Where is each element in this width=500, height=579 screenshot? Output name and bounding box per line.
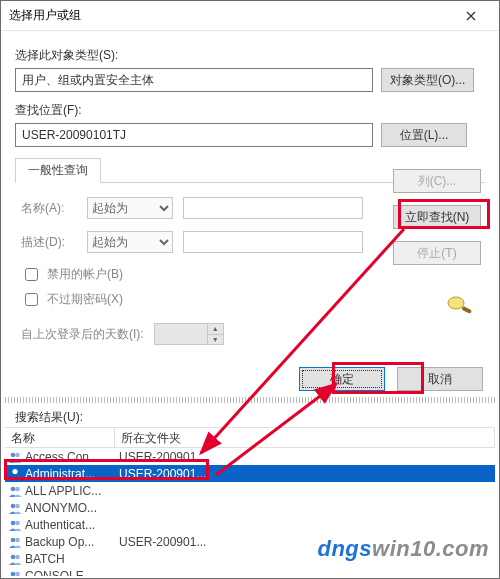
object-type-field[interactable] (15, 68, 373, 92)
location-field[interactable] (15, 123, 373, 147)
table-row[interactable]: ALL APPLIC... (5, 482, 495, 499)
row-name: ALL APPLIC... (25, 484, 117, 498)
row-name: ANONYMO... (25, 501, 117, 515)
grid-header: 名称 所在文件夹 (5, 428, 495, 448)
svg-rect-1 (461, 306, 472, 314)
row-folder: USER-200901... (117, 450, 495, 464)
desc-label: 描述(D): (21, 234, 77, 251)
svg-point-3 (15, 452, 20, 457)
name-input[interactable] (183, 197, 363, 219)
locations-button[interactable]: 位置(L)... (381, 123, 467, 147)
row-name: Backup Op... (25, 535, 117, 549)
svg-point-13 (11, 554, 16, 559)
chevron-up-icon[interactable]: ▲ (207, 324, 223, 335)
non-expiring-label: 不过期密码(X) (47, 291, 123, 308)
table-row[interactable]: Authenticat... (5, 516, 495, 533)
tab-common-queries[interactable]: 一般性查询 (15, 158, 101, 183)
group-icon (7, 484, 23, 498)
row-name: Administrat... (25, 467, 117, 481)
table-row[interactable]: Administrat...USER-200901... (5, 465, 495, 482)
svg-point-5 (11, 486, 16, 491)
group-icon (7, 450, 23, 464)
table-row[interactable]: ANONYMO... (5, 499, 495, 516)
find-now-button[interactable]: 立即查找(N) (393, 205, 481, 229)
desc-input[interactable] (183, 231, 363, 253)
desc-match-select[interactable]: 起始为 (87, 231, 173, 253)
svg-point-4 (12, 468, 17, 473)
close-button[interactable] (451, 2, 491, 30)
svg-point-8 (15, 503, 20, 508)
group-icon (7, 552, 23, 566)
disabled-accounts-label: 禁用的帐户(B) (47, 266, 123, 283)
window-title: 选择用户或组 (9, 7, 451, 24)
non-expiring-checkbox[interactable] (25, 293, 38, 306)
row-name: Authenticat... (25, 518, 117, 532)
svg-point-12 (15, 537, 20, 542)
group-icon (7, 569, 23, 577)
svg-point-0 (448, 297, 464, 309)
watermark: dngswin10.com (317, 536, 489, 562)
dialog-window: 选择用户或组 选择此对象类型(S): 对象类型(O)... 查找位置(F): 位… (0, 0, 500, 579)
row-name: CONSOLE ... (25, 569, 117, 577)
days-label: 自上次登录后的天数(I): (21, 326, 144, 343)
ok-button[interactable]: 确定 (299, 367, 385, 391)
days-spinner[interactable]: ▲▼ (154, 323, 224, 345)
right-button-column: 列(C)... 立即查找(N) 停止(T) (393, 169, 483, 277)
col-name-header[interactable]: 名称 (5, 428, 115, 447)
results-label: 搜索结果(U): (15, 409, 83, 426)
titlebar: 选择用户或组 (1, 1, 499, 31)
svg-point-6 (15, 486, 20, 491)
svg-point-2 (11, 452, 16, 457)
svg-point-10 (15, 520, 20, 525)
search-icon (441, 293, 475, 315)
columns-button[interactable]: 列(C)... (393, 169, 481, 193)
group-icon (7, 535, 23, 549)
divider (5, 397, 495, 403)
row-name: BATCH (25, 552, 117, 566)
cancel-button[interactable]: 取消 (397, 367, 483, 391)
table-row[interactable]: Access Con...USER-200901... (5, 448, 495, 465)
close-icon (466, 11, 476, 21)
row-folder: USER-200901... (117, 467, 495, 481)
group-icon (7, 518, 23, 532)
svg-point-9 (11, 520, 16, 525)
object-type-label: 选择此对象类型(S): (15, 47, 485, 64)
svg-point-11 (11, 537, 16, 542)
stop-button[interactable]: 停止(T) (393, 241, 481, 265)
disabled-accounts-checkbox[interactable] (25, 268, 38, 281)
name-label: 名称(A): (21, 200, 77, 217)
svg-point-16 (15, 571, 20, 576)
svg-point-7 (11, 503, 16, 508)
col-folder-header[interactable]: 所在文件夹 (115, 428, 495, 447)
object-types-button[interactable]: 对象类型(O)... (381, 68, 474, 92)
name-match-select[interactable]: 起始为 (87, 197, 173, 219)
location-label: 查找位置(F): (15, 102, 485, 119)
user-icon (7, 467, 23, 481)
chevron-down-icon[interactable]: ▼ (207, 335, 223, 345)
row-name: Access Con... (25, 450, 117, 464)
group-icon (7, 501, 23, 515)
svg-point-15 (11, 571, 16, 576)
svg-point-14 (15, 554, 20, 559)
table-row[interactable]: CONSOLE ... (5, 567, 495, 576)
